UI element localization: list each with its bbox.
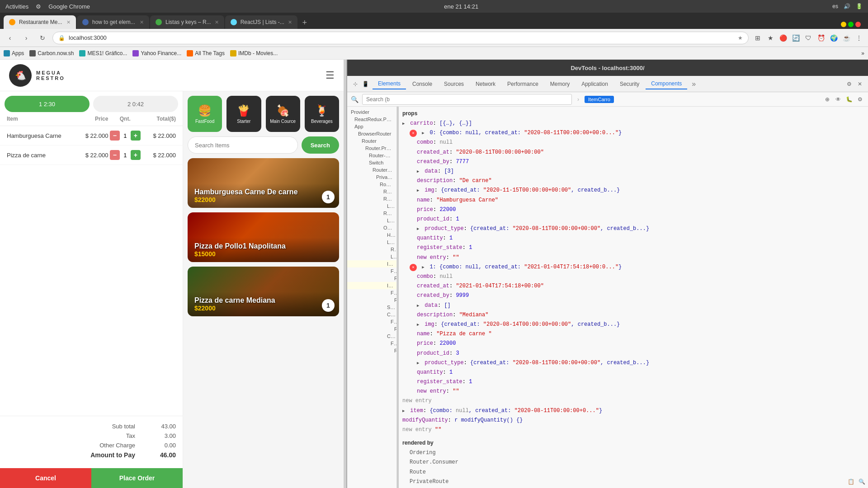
tab-sources[interactable]: Sources [439,79,469,89]
tree-router-provider[interactable]: Router.Provider... [347,145,396,152]
extension-5[interactable]: 🌍 [828,33,839,43]
tree-router-cons4[interactable]: Router.Consum... [347,246,396,253]
extension-4[interactable]: ⏰ [816,33,826,43]
tree-reactredux[interactable]: ReactRedux.Pro... [347,116,396,123]
tree-link2[interactable]: Link ForwardRef [347,239,396,246]
category-starter[interactable]: 🍟 Starter [226,96,261,132]
hamburger-menu[interactable]: ☰ [326,70,335,81]
ptype1-expand[interactable] [417,359,421,367]
img1-expand[interactable] [417,320,421,329]
extension-3[interactable]: 🛡 [803,33,814,43]
tree-link1[interactable]: Link ForwardRef [347,202,396,210]
error-badge-0[interactable]: ✕ [410,130,417,137]
menu-item-0[interactable]: Hamburguesa Carne De carne $22000 1 [188,158,339,208]
data0-expand[interactable] [417,167,421,176]
tree-link3[interactable]: Link ForwardRef [347,253,396,260]
devtools-close-icon[interactable]: ✕ [855,80,864,89]
more-button[interactable]: ⋮ [854,33,864,43]
tree-router-history[interactable]: Router-History... [347,152,396,159]
item-main-expand[interactable] [402,407,407,415]
tree-search[interactable]: Search [347,304,396,311]
search-button[interactable]: Search [302,136,339,154]
tab-close-1[interactable]: ✕ [140,19,144,25]
error-badge-1[interactable]: ✕ [410,264,417,271]
tab-application[interactable]: Application [576,79,613,89]
category-beverages[interactable]: 🍹 Beverages [305,96,339,132]
tab-restaurante[interactable]: Restaurante Me... ✕ [4,15,76,29]
rendered-ordering[interactable]: Ordering [402,449,864,457]
source-icon-1[interactable]: 📋 [846,477,855,486]
tree-itemcarro2[interactable]: ItemCarro key=... [347,282,396,289]
tab-performance[interactable]: Performance [502,79,544,89]
tree-router-cons2[interactable]: Router.Consum... [347,195,396,202]
devtools-search-input[interactable] [362,94,572,105]
devtools-cursor-icon[interactable]: ⊹ [351,80,360,89]
tree-switch[interactable]: Switch [347,159,396,166]
tree-route[interactable]: Route [347,181,396,188]
devtools-settings-icon[interactable]: ⚙ [844,80,854,89]
forward-button[interactable]: › [20,32,33,44]
reload-button[interactable]: ↻ [36,32,49,44]
tab-reactjs[interactable]: ReactJS | Lists -... ✕ [225,15,297,29]
extension-2[interactable]: 🔄 [790,33,801,43]
category-main[interactable]: 🍖 Main Cource [266,96,300,132]
tree-fade1[interactable]: Fade [347,267,396,275]
order-tab-1[interactable]: 1 2:30 [5,96,90,112]
tree-provider[interactable]: Provider [347,108,396,116]
bookmark-apps[interactable]: Apps [4,50,24,56]
tab-components[interactable]: Components [646,79,687,89]
rendered-router-consumer[interactable]: Router.Consumer [402,458,864,467]
translate-icon[interactable]: ⊞ [752,33,763,43]
activities-label[interactable]: Activities [5,3,28,10]
source-icon-2[interactable]: 🔍 [857,477,866,486]
window-close[interactable] [855,22,861,27]
tree-header[interactable]: Header [347,231,396,239]
bookmark-allthetags[interactable]: All The Tags [187,50,225,56]
tree-router[interactable]: Router [347,137,396,145]
tree-itemcarro1[interactable]: ItemCarro key=... [347,260,396,267]
tree-fade4[interactable]: Fade [347,340,396,347]
cancel-button[interactable]: Cancel [0,468,91,488]
tab-memory[interactable]: Memory [545,79,575,89]
new-tab-button[interactable]: + [298,16,311,29]
tree-revealbase1[interactable]: RevealBase [347,275,397,282]
item1-expand[interactable] [422,263,426,272]
tree-router-consumer[interactable]: Router.Consum... [347,166,396,174]
dt-bug-icon[interactable]: 🐛 [844,95,854,104]
tab-close-2[interactable]: ✕ [215,19,219,25]
qty-minus-1[interactable]: − [110,150,120,160]
window-maximize[interactable] [848,22,854,27]
tab-elements[interactable]: Elements [373,79,406,89]
category-fastfood[interactable]: 🍔 FastFood [188,96,222,132]
order-tab-2[interactable]: 2 0:42 [93,96,178,112]
ptype0-expand[interactable] [417,225,421,233]
menu-item-2[interactable]: Pizza de carne Mediana $22000 1 [188,267,339,316]
devtools-tabs-more[interactable]: » [688,78,699,90]
tab-network[interactable]: Network [470,79,501,89]
tree-app[interactable]: App [347,123,396,130]
address-bar[interactable]: 🔒 localhost:3000 ★ [52,32,749,44]
tab-listas[interactable]: Listas y keys – R... ✕ [150,15,224,29]
tree-fade2[interactable]: Fade [347,289,396,296]
place-order-button[interactable]: Place Order [91,468,183,488]
bookmark-icon[interactable]: ★ [765,33,776,43]
carrito-expand[interactable] [402,119,407,128]
bookmark-carbon[interactable]: Carbon.now.sh [29,50,74,56]
qty-plus-0[interactable]: + [131,131,141,141]
dt-settings-icon[interactable]: ⚙ [855,95,864,104]
breadcrumb-item[interactable]: ItemCarro [585,96,614,103]
tree-private-route[interactable]: PrivateRoute [347,174,396,181]
tab-how-to[interactable]: how to get elem... ✕ [77,15,149,29]
tree-revealbase4[interactable]: RevealBase [347,347,397,354]
tab-close-3[interactable]: ✕ [288,19,292,25]
tree-linkanchor1[interactable]: LinkAnchor Forw... [347,217,396,224]
bookmark-imdb[interactable]: IMDb - Movies... [230,50,278,56]
qty-plus-1[interactable]: + [131,150,141,160]
rendered-private-route[interactable]: PrivateRoute [402,478,864,486]
menu-item-1[interactable]: Pizza de Pollo1 Napolitana $15000 [188,212,339,262]
tree-router-cons3[interactable]: Router.Consum... [347,210,396,217]
tree-fade3[interactable]: Fade [347,318,396,325]
tree-browserrouter[interactable]: BrowserRouter [347,130,396,137]
tree-router-prov2[interactable]: Router.Provider... [347,188,396,195]
tab-close-0[interactable]: ✕ [66,19,71,25]
